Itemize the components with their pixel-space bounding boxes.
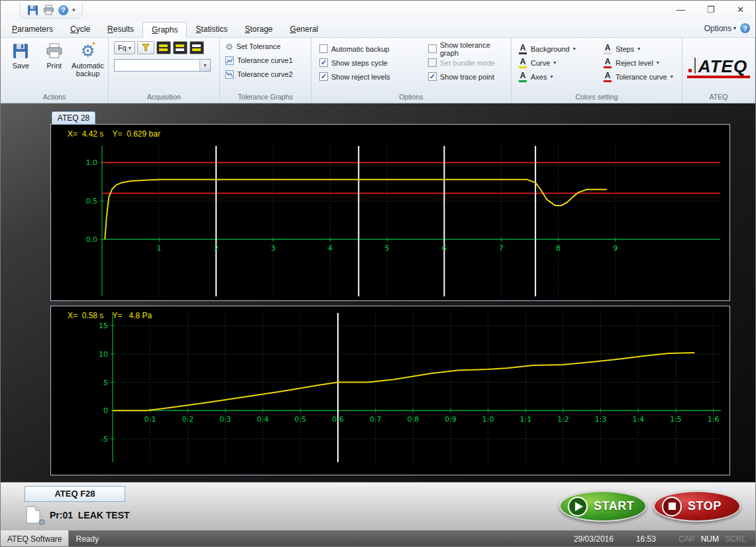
set-tolerance-button[interactable]: ⚙ Set Tolerance: [225, 40, 305, 52]
checkbox-box[interactable]: [319, 72, 328, 81]
svg-text:10: 10: [99, 350, 108, 359]
checkbox-box[interactable]: [428, 44, 437, 53]
device-name-box[interactable]: ATEQ F28: [25, 486, 125, 502]
color-tolerance-curve-dropdown[interactable]: A Tolerance curve ▾: [603, 70, 675, 84]
layout-single-button[interactable]: [156, 41, 171, 54]
print-button[interactable]: Print: [38, 40, 71, 93]
workspace: ATEQ 28 1234567890.00.51.0 X= 4.42 s Y= …: [1, 103, 755, 482]
svg-text:1:3: 1:3: [595, 415, 607, 424]
leak-chart-panel[interactable]: 0:10:20:30:40:50:60:70:80:91:01:11:21:31…: [50, 306, 730, 475]
color-axes-dropdown[interactable]: A Axes ▾: [518, 70, 596, 84]
pressure-chart[interactable]: 1234567890.00.51.0: [51, 125, 729, 300]
checkbox-box[interactable]: [319, 58, 328, 67]
checkbox-box[interactable]: [319, 44, 328, 53]
layout-split-bottom-button[interactable]: [189, 41, 204, 54]
start-button[interactable]: START: [559, 491, 647, 522]
chevron-down-icon: ▾: [550, 74, 553, 80]
svg-text:0:2: 0:2: [182, 415, 193, 424]
tab-results[interactable]: Results: [99, 22, 142, 37]
play-icon: [568, 497, 588, 517]
program-label: Pr:01 LEAK TEST: [50, 510, 130, 520]
chart-icon: [225, 56, 234, 65]
color-reject-level-dropdown[interactable]: A Reject level ▾: [603, 56, 675, 70]
svg-text:15: 15: [99, 322, 108, 330]
tab-cycle[interactable]: Cycle: [62, 22, 99, 37]
logo-dot: [688, 69, 692, 72]
leak-chart[interactable]: 0:10:20:30:40:50:60:70:80:91:01:11:21:31…: [51, 306, 729, 475]
color-curve-dropdown[interactable]: A Curve ▾: [518, 56, 596, 70]
chevron-down-icon: ▾: [657, 60, 659, 66]
save-button[interactable]: Save: [5, 40, 37, 93]
qat-customize-caret[interactable]: ▾: [72, 7, 76, 13]
gear-icon: ⚙: [225, 42, 233, 51]
svg-text:1:6: 1:6: [708, 415, 720, 424]
document-tab-ateq28[interactable]: ATEQ 28: [52, 111, 95, 124]
acquisition-combobox[interactable]: ▾: [114, 59, 211, 72]
filter-button[interactable]: [137, 41, 154, 54]
tolerance-curve1-button[interactable]: Tolerance curve1: [225, 54, 305, 66]
funnel-icon: [141, 43, 150, 52]
footer-bar: ATEQ F28 ⚙ Pr:01 LEAK TEST START STOP: [1, 482, 755, 530]
tab-storage[interactable]: Storage: [237, 22, 282, 37]
automatic-backup-button[interactable]: ⚙✦ Automatic backup: [72, 40, 104, 93]
tab-general[interactable]: General: [282, 22, 327, 37]
checkbox-automatic-backup[interactable]: Automatic backup: [319, 42, 420, 56]
leak-cursor-readout: X= 0.58 s Y= 4.8 Pa: [68, 311, 152, 320]
ribbon-group-options: Automatic backup Show steps cycle Show r…: [311, 38, 512, 103]
svg-text:0:5: 0:5: [294, 415, 306, 424]
window-controls: — ❐ ✕: [666, 1, 755, 18]
print-icon: [45, 42, 64, 60]
svg-text:2: 2: [214, 244, 219, 253]
font-color-icon: A: [603, 72, 612, 82]
svg-text:1:1: 1:1: [519, 415, 531, 424]
tab-parameters[interactable]: Parameters: [3, 22, 62, 37]
save-icon[interactable]: [27, 4, 38, 16]
close-button[interactable]: ✕: [726, 1, 755, 18]
print-icon[interactable]: [42, 4, 54, 16]
color-steps-dropdown[interactable]: A Steps ▾: [603, 42, 675, 56]
chevron-down-icon: ▾: [553, 60, 556, 66]
checkbox-show-steps-cycle[interactable]: Show steps cycle: [319, 56, 420, 70]
checkbox-box[interactable]: [428, 72, 437, 81]
checkbox-show-reject-levels[interactable]: Show reject levels: [319, 70, 420, 84]
maximize-button[interactable]: ❐: [696, 1, 726, 18]
options-menu[interactable]: Options ▾: [704, 24, 736, 33]
scroll-lock-indicator: SCRL: [725, 534, 746, 544]
svg-text:0: 0: [103, 406, 108, 415]
layout-split-top-button[interactable]: [173, 41, 188, 54]
help-icon[interactable]: ?: [58, 5, 68, 15]
tab-statistics[interactable]: Statistics: [187, 22, 236, 37]
chevron-down-icon: ▾: [573, 46, 576, 52]
statusbar-app-name: ATEQ Software: [1, 530, 69, 547]
tolerance-curve2-button[interactable]: Tolerance curve2: [225, 68, 305, 80]
stop-button[interactable]: STOP: [653, 491, 741, 522]
group-label-colors-setting: Colors setting: [512, 93, 682, 103]
checkbox-box: [428, 58, 437, 67]
svg-text:8: 8: [556, 244, 561, 253]
svg-text:0:9: 0:9: [445, 415, 457, 424]
tab-graphs[interactable]: Graphs: [142, 22, 187, 38]
svg-text:4: 4: [328, 244, 333, 253]
ribbon-group-ateq: ATEQ ATEQ: [682, 38, 755, 103]
checkbox-show-trace-point[interactable]: Show trace point: [428, 70, 503, 84]
svg-text:9: 9: [613, 244, 618, 253]
chevron-down-icon: ▾: [671, 74, 673, 80]
svg-text:0.5: 0.5: [86, 197, 98, 206]
minimize-button[interactable]: —: [666, 1, 696, 18]
gear-icon: ⚙✦: [79, 42, 97, 60]
svg-text:0.0: 0.0: [86, 235, 98, 244]
fq-button[interactable]: Fq ▾: [114, 41, 135, 54]
program-settings-icon[interactable]: ⚙: [26, 506, 42, 524]
ribbon-help-icon[interactable]: ?: [740, 23, 750, 33]
chevron-down-icon: ▾: [637, 46, 640, 52]
svg-text:5: 5: [103, 379, 108, 387]
svg-text:-5: -5: [101, 435, 108, 444]
chevron-down-icon[interactable]: ▾: [199, 60, 210, 71]
pressure-chart-panel[interactable]: 1234567890.00.51.0 X= 4.42 s Y= 0.629 ba…: [50, 124, 730, 301]
stop-icon: [662, 497, 682, 517]
checkbox-show-tolerance-graph[interactable]: Show tolerance graph: [428, 42, 503, 56]
num-lock-indicator: NUM: [701, 534, 719, 544]
color-background-dropdown[interactable]: A Background ▾: [518, 42, 596, 56]
program-row: ⚙ Pr:01 LEAK TEST: [26, 506, 130, 524]
svg-text:1: 1: [157, 244, 162, 253]
